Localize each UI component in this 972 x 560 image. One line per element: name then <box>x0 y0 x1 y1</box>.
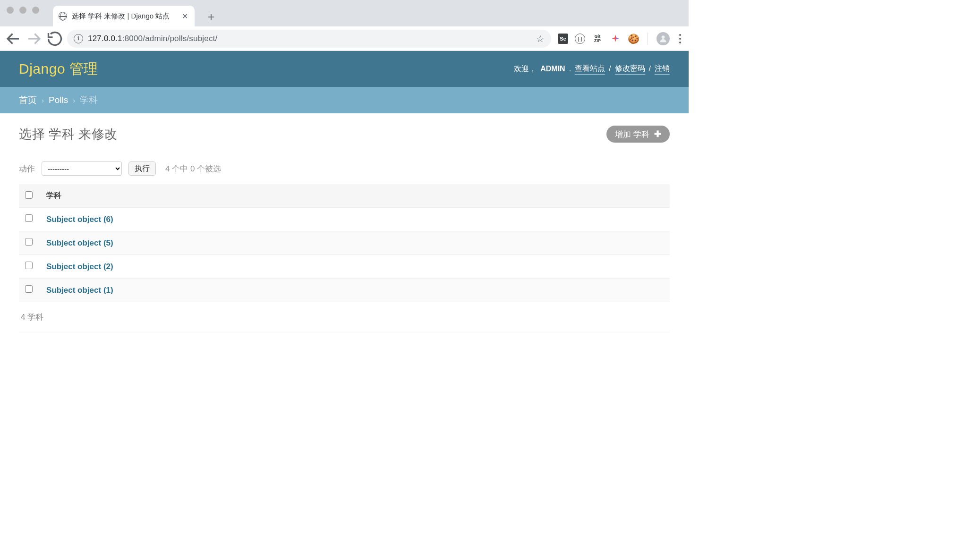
view-site-link[interactable]: 查看站点 <box>575 64 605 75</box>
change-password-link[interactable]: 修改密码 <box>615 64 645 75</box>
actions-select[interactable]: --------- <box>42 161 122 176</box>
profile-avatar[interactable] <box>657 32 670 45</box>
site-branding[interactable]: Django 管理 <box>19 59 98 79</box>
object-link[interactable]: Subject object (5) <box>46 238 113 247</box>
results-table: 学科 Subject object (6)Subject object (5)S… <box>19 184 670 302</box>
breadcrumb-current: 学科 <box>80 94 98 106</box>
selection-count: 4 个中 0 个被选 <box>165 163 221 174</box>
browser-titlebar: 选择 学科 来修改 | Django 站点 ✕ ＋ <box>0 0 689 26</box>
select-all-checkbox[interactable] <box>25 191 33 199</box>
actions-bar: 动作 --------- 执行 4 个中 0 个被选 <box>19 161 670 176</box>
reload-button[interactable] <box>46 30 63 47</box>
plus-icon: ✚ <box>654 129 661 139</box>
browser-tab[interactable]: 选择 学科 来修改 | Django 站点 ✕ <box>53 6 195 26</box>
browser-menu-button[interactable] <box>676 34 684 43</box>
selenium-icon[interactable]: Se <box>558 34 568 44</box>
breadcrumb-app[interactable]: Polls <box>49 95 68 105</box>
django-header: Django 管理 欢迎， ADMIN. 查看站点 / 修改密码 / 注销 <box>0 51 689 87</box>
traffic-zoom[interactable] <box>32 7 39 14</box>
cookie-icon[interactable]: 🍪 <box>628 33 639 44</box>
actions-label: 动作 <box>19 163 35 174</box>
breadcrumb: 首页 › Polls › 学科 <box>0 87 689 113</box>
traffic-minimize[interactable] <box>19 7 26 14</box>
object-link[interactable]: Subject object (1) <box>46 286 113 295</box>
row-checkbox[interactable] <box>25 285 33 293</box>
address-bar[interactable]: i 127.0.0.1:8000/admin/polls/subject/ ☆ <box>67 30 551 48</box>
new-tab-button[interactable]: ＋ <box>203 8 219 25</box>
back-button[interactable] <box>5 30 22 47</box>
add-button-label: 增加 学科 <box>615 129 649 140</box>
row-checkbox[interactable] <box>25 214 33 222</box>
column-header[interactable]: 学科 <box>41 184 670 208</box>
row-checkbox[interactable] <box>25 238 33 246</box>
bookmark-star-icon[interactable]: ☆ <box>536 33 545 44</box>
site-info-icon[interactable]: i <box>74 34 83 43</box>
object-link[interactable]: Subject object (6) <box>46 215 113 224</box>
go-button[interactable]: 执行 <box>128 161 156 176</box>
table-row: Subject object (2) <box>19 255 670 279</box>
browser-toolbar: i 127.0.0.1:8000/admin/polls/subject/ ☆ … <box>0 26 689 51</box>
add-button[interactable]: 增加 学科 ✚ <box>606 126 670 143</box>
table-row: Subject object (1) <box>19 279 670 302</box>
breadcrumb-home[interactable]: 首页 <box>19 94 37 106</box>
extensions: Se {·} GitZIP 🍪 <box>555 32 684 45</box>
globe-icon <box>59 12 67 20</box>
paginator: 4 学科 <box>19 302 670 332</box>
logout-link[interactable]: 注销 <box>655 64 670 75</box>
sparkle-icon[interactable] <box>610 33 621 44</box>
gitzip-icon[interactable]: GitZIP <box>592 33 603 44</box>
traffic-close[interactable] <box>7 7 14 14</box>
forward-button[interactable] <box>26 30 43 47</box>
username: ADMIN <box>540 65 565 73</box>
table-row: Subject object (6) <box>19 208 670 231</box>
welcome-text: 欢迎， <box>514 64 537 74</box>
braces-icon[interactable]: {·} <box>575 34 585 44</box>
object-link[interactable]: Subject object (2) <box>46 262 113 271</box>
table-row: Subject object (5) <box>19 231 670 255</box>
window-controls <box>7 7 39 14</box>
tab-title: 选择 学科 来修改 | Django 站点 <box>72 12 170 21</box>
user-tools: 欢迎， ADMIN. 查看站点 / 修改密码 / 注销 <box>514 64 670 75</box>
close-icon[interactable]: ✕ <box>180 12 189 20</box>
page-title: 选择 学科 来修改 <box>19 126 118 143</box>
url-text: 127.0.0.1:8000/admin/polls/subject/ <box>88 34 217 43</box>
svg-point-0 <box>662 35 665 39</box>
row-checkbox[interactable] <box>25 262 33 269</box>
